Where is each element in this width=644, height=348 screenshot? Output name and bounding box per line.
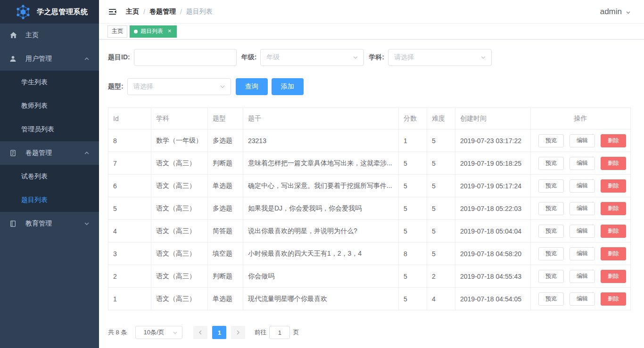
cell-id: 7 — [108, 152, 151, 175]
page-content: 题目ID: 年级: 年级 学科: 请选择 — [99, 40, 644, 339]
cell-subject: 语文（高三） — [151, 197, 208, 220]
sidebar-item-label: 用户管理 — [25, 55, 52, 63]
cell-actions: 预览编辑删除 — [531, 243, 631, 265]
edit-button[interactable]: 编辑 — [570, 225, 595, 238]
preview-button[interactable]: 预览 — [538, 247, 564, 260]
edit-button[interactable]: 编辑 — [570, 179, 595, 193]
breadcrumb-separator: / — [143, 8, 145, 16]
subject-select[interactable]: 请选择 — [388, 49, 492, 66]
breadcrumb-separator: / — [180, 8, 182, 16]
page-number-button[interactable]: 1 — [212, 326, 226, 339]
sidebar-subitem[interactable]: 题目列表 — [0, 188, 99, 212]
preview-button[interactable]: 预览 — [538, 179, 564, 193]
sidebar-item-4[interactable]: 教育管理 — [0, 212, 99, 235]
active-tab-dot — [134, 30, 138, 33]
cell-type: 单选题 — [208, 288, 243, 310]
question-type-select[interactable]: 请选择 — [127, 78, 231, 95]
table-row: 4语文（高三）简答题说出你最喜欢的明星，并说明为什么?552019-07-18 … — [108, 220, 631, 243]
cell-type: 判断题 — [208, 265, 243, 288]
goto-page-input[interactable] — [269, 326, 290, 339]
cell-difficulty: 5 — [427, 197, 455, 220]
delete-button[interactable]: 删除 — [601, 292, 626, 306]
grade-select[interactable]: 年级 — [260, 49, 364, 66]
cell-stem: 小时候最喜欢的四大天王有1，2，3，4 — [243, 243, 399, 265]
breadcrumb-item[interactable]: 卷题管理 — [149, 8, 176, 16]
cell-score: 5 — [399, 220, 427, 243]
view-tab[interactable]: 主页 — [107, 25, 127, 38]
preview-button[interactable]: 预览 — [538, 202, 564, 215]
chevron-up-icon — [84, 150, 90, 156]
cell-id: 3 — [108, 243, 151, 265]
cell-id: 5 — [108, 197, 151, 220]
cell-created: 2019-07-18 04:54:05 — [455, 288, 531, 310]
question-type-placeholder: 请选择 — [133, 82, 153, 91]
question-id-input[interactable] — [134, 49, 237, 66]
delete-button[interactable]: 删除 — [601, 270, 626, 283]
view-tab[interactable]: 题目列表× — [130, 25, 177, 38]
page-unit-label: 页 — [293, 328, 299, 337]
cell-id: 1 — [108, 288, 151, 310]
preview-button[interactable]: 预览 — [538, 225, 564, 238]
filter-form: 题目ID: 年级: 年级 学科: 请选择 — [108, 49, 635, 95]
page-size-value: 10条/页 — [143, 328, 164, 337]
search-button[interactable]: 查询 — [236, 78, 268, 95]
pagination: 共 8 条 10条/页 1 前往 页 — [108, 326, 635, 339]
breadcrumb-item[interactable]: 主页 — [126, 8, 139, 16]
edit-button[interactable]: 编辑 — [570, 292, 595, 306]
education-icon — [9, 220, 18, 227]
app-root: 学之思管理系统 主页用户管理学生列表教师列表管理员列表卷题管理试卷列表题目列表教… — [0, 0, 644, 348]
sidebar-item-3[interactable]: 卷题管理 — [0, 141, 99, 165]
close-icon[interactable]: × — [166, 28, 173, 34]
delete-button[interactable]: 删除 — [601, 247, 626, 260]
cell-subject: 语文（高三） — [151, 265, 208, 288]
cell-actions: 预览编辑删除 — [531, 288, 631, 310]
sidebar-item-1[interactable]: 主页 — [0, 24, 99, 47]
cell-created: 2019-07-18 05:04:04 — [455, 220, 531, 243]
preview-button[interactable]: 预览 — [538, 270, 564, 283]
delete-button[interactable]: 删除 — [601, 157, 626, 170]
user-menu[interactable]: admin — [600, 7, 631, 16]
edit-button[interactable]: 编辑 — [570, 247, 595, 260]
sidebar-item-label: 主页 — [25, 31, 39, 40]
sidebar-subitem[interactable]: 学生列表 — [0, 71, 99, 94]
edit-button[interactable]: 编辑 — [570, 270, 595, 283]
cell-created: 2019-07-19 05:17:24 — [455, 175, 531, 197]
cell-stem: 如果我是DJ，你会爱我吗，你会爱我吗 — [243, 197, 399, 220]
sidebar-subitem[interactable]: 试卷列表 — [0, 165, 99, 188]
sidebar-subitem[interactable]: 管理员列表 — [0, 118, 99, 141]
table-row: 6语文（高三）单选题确定中心，写出深意。我们要着于挖掘所写事件...552019… — [108, 175, 631, 197]
edit-button[interactable]: 编辑 — [570, 202, 595, 215]
submenu: 学生列表教师列表管理员列表 — [0, 71, 99, 141]
prev-page-button[interactable] — [193, 326, 207, 339]
hamburger-fold-icon[interactable] — [107, 6, 119, 17]
cell-actions: 预览编辑删除 — [531, 197, 631, 220]
add-button[interactable]: 添加 — [272, 78, 304, 95]
next-page-button[interactable] — [231, 326, 245, 339]
table-row: 3语文（高三）填空题小时候最喜欢的四大天王有1，2，3，4852019-07-1… — [108, 243, 631, 265]
delete-button[interactable]: 删除 — [601, 225, 626, 238]
preview-button[interactable]: 预览 — [538, 157, 564, 170]
grade-placeholder: 年级 — [266, 53, 280, 62]
table-row: 1语文（高三）单选题现代流量明星哪个你最喜欢542019-07-18 04:54… — [108, 288, 631, 310]
chevron-up-icon — [84, 56, 90, 62]
sidebar-item-2[interactable]: 用户管理 — [0, 47, 99, 71]
preview-button[interactable]: 预览 — [538, 134, 564, 147]
column-header: 题干 — [243, 108, 399, 129]
chevron-right-icon — [235, 330, 241, 335]
cell-subject: 数学（一年级） — [151, 129, 208, 152]
column-header: 操作 — [531, 108, 631, 129]
delete-button[interactable]: 删除 — [601, 179, 626, 193]
cell-created: 2019-07-18 04:58:20 — [455, 243, 531, 265]
edit-button[interactable]: 编辑 — [570, 134, 595, 147]
page-size-select[interactable]: 10条/页 — [135, 326, 182, 339]
delete-button[interactable]: 删除 — [601, 134, 626, 147]
preview-button[interactable]: 预览 — [538, 292, 564, 306]
cell-subject: 语文（高三） — [151, 175, 208, 197]
sidebar-menu: 主页用户管理学生列表教师列表管理员列表卷题管理试卷列表题目列表教育管理 — [0, 24, 99, 235]
delete-button[interactable]: 删除 — [601, 202, 626, 215]
table-row: 7语文（高三）判断题意味着怎样把一篇文章具体地写出来，这就牵涉...552019… — [108, 152, 631, 175]
edit-button[interactable]: 编辑 — [570, 157, 595, 170]
sidebar-subitem[interactable]: 教师列表 — [0, 94, 99, 118]
cell-type: 简答题 — [208, 220, 243, 243]
goto-label: 前往 — [254, 328, 266, 337]
